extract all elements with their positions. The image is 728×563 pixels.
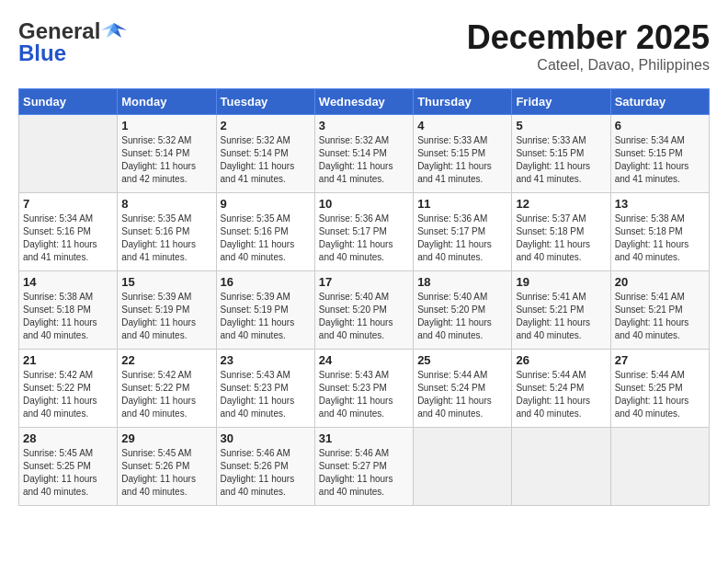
cell-content: Sunrise: 5:44 AMSunset: 5:24 PMDaylight:…	[417, 369, 507, 420]
cell-content: Sunrise: 5:45 AMSunset: 5:25 PMDaylight:…	[23, 447, 113, 499]
day-number: 7	[23, 197, 113, 211]
calendar-cell: 19Sunrise: 5:41 AMSunset: 5:21 PMDayligh…	[512, 271, 610, 350]
calendar-cell: 23Sunrise: 5:43 AMSunset: 5:23 PMDayligh…	[216, 350, 314, 428]
day-number: 12	[516, 197, 606, 211]
cell-content: Sunrise: 5:42 AMSunset: 5:22 PMDaylight:…	[23, 369, 113, 420]
calendar-week-row: 1Sunrise: 5:32 AMSunset: 5:14 PMDaylight…	[19, 115, 710, 193]
calendar-cell: 21Sunrise: 5:42 AMSunset: 5:22 PMDayligh…	[19, 350, 118, 428]
day-number: 14	[23, 275, 113, 289]
cell-content: Sunrise: 5:33 AMSunset: 5:15 PMDaylight:…	[516, 134, 606, 186]
cell-content: Sunrise: 5:45 AMSunset: 5:26 PMDaylight:…	[121, 447, 211, 499]
cell-content: Sunrise: 5:42 AMSunset: 5:22 PMDaylight:…	[121, 369, 211, 420]
calendar-cell: 25Sunrise: 5:44 AMSunset: 5:24 PMDayligh…	[414, 350, 512, 428]
weekday-header-sunday: Sunday	[19, 89, 118, 115]
calendar-week-row: 21Sunrise: 5:42 AMSunset: 5:22 PMDayligh…	[19, 350, 710, 428]
day-number: 17	[319, 275, 409, 289]
calendar-cell	[512, 428, 610, 506]
day-number: 16	[221, 275, 311, 289]
day-number: 21	[23, 353, 113, 367]
day-number: 11	[417, 197, 507, 211]
calendar-cell	[414, 428, 512, 506]
cell-content: Sunrise: 5:36 AMSunset: 5:17 PMDaylight:…	[319, 213, 409, 264]
cell-content: Sunrise: 5:44 AMSunset: 5:24 PMDaylight:…	[516, 369, 606, 420]
weekday-header-thursday: Thursday	[414, 89, 512, 115]
day-number: 15	[121, 275, 211, 289]
calendar-cell: 5Sunrise: 5:33 AMSunset: 5:15 PMDaylight…	[512, 115, 610, 193]
weekday-header-wednesday: Wednesday	[314, 89, 413, 115]
cell-content: Sunrise: 5:38 AMSunset: 5:18 PMDaylight:…	[615, 213, 705, 264]
logo-bird-icon	[101, 21, 127, 41]
calendar-cell: 20Sunrise: 5:41 AMSunset: 5:21 PMDayligh…	[610, 271, 709, 350]
day-number: 24	[319, 353, 409, 367]
day-number: 20	[615, 275, 705, 289]
day-number: 29	[121, 431, 211, 445]
calendar-cell	[19, 115, 118, 193]
day-number: 27	[615, 353, 705, 367]
day-number: 25	[417, 353, 507, 367]
cell-content: Sunrise: 5:44 AMSunset: 5:25 PMDaylight:…	[615, 369, 705, 420]
calendar-cell: 29Sunrise: 5:45 AMSunset: 5:26 PMDayligh…	[118, 428, 216, 506]
cell-content: Sunrise: 5:46 AMSunset: 5:27 PMDaylight:…	[319, 447, 409, 499]
calendar-cell	[610, 428, 709, 506]
location-subtitle: Cateel, Davao, Philippines	[467, 57, 710, 74]
day-number: 31	[319, 431, 409, 445]
calendar-cell: 1Sunrise: 5:32 AMSunset: 5:14 PMDaylight…	[118, 115, 216, 193]
cell-content: Sunrise: 5:33 AMSunset: 5:15 PMDaylight:…	[417, 134, 507, 186]
cell-content: Sunrise: 5:43 AMSunset: 5:23 PMDaylight:…	[319, 369, 409, 420]
day-number: 13	[615, 197, 705, 211]
calendar-cell: 14Sunrise: 5:38 AMSunset: 5:18 PMDayligh…	[19, 271, 118, 350]
weekday-header-monday: Monday	[118, 89, 216, 115]
page-header: General Blue December 2025 Cateel, Davao…	[18, 18, 710, 74]
day-number: 26	[516, 353, 606, 367]
cell-content: Sunrise: 5:41 AMSunset: 5:21 PMDaylight:…	[615, 291, 705, 342]
day-number: 18	[417, 275, 507, 289]
calendar-cell: 22Sunrise: 5:42 AMSunset: 5:22 PMDayligh…	[118, 350, 216, 428]
calendar-cell: 2Sunrise: 5:32 AMSunset: 5:14 PMDaylight…	[216, 115, 314, 193]
calendar-cell: 10Sunrise: 5:36 AMSunset: 5:17 PMDayligh…	[314, 193, 413, 271]
cell-content: Sunrise: 5:37 AMSunset: 5:18 PMDaylight:…	[516, 213, 606, 264]
calendar-cell: 30Sunrise: 5:46 AMSunset: 5:26 PMDayligh…	[216, 428, 314, 506]
month-year-title: December 2025	[467, 18, 710, 57]
calendar-cell: 15Sunrise: 5:39 AMSunset: 5:19 PMDayligh…	[118, 271, 216, 350]
calendar-cell: 13Sunrise: 5:38 AMSunset: 5:18 PMDayligh…	[610, 193, 709, 271]
weekday-header-friday: Friday	[512, 89, 610, 115]
cell-content: Sunrise: 5:46 AMSunset: 5:26 PMDaylight:…	[221, 447, 311, 499]
calendar-cell: 24Sunrise: 5:43 AMSunset: 5:23 PMDayligh…	[314, 350, 413, 428]
logo: General Blue	[18, 18, 128, 66]
calendar-cell: 27Sunrise: 5:44 AMSunset: 5:25 PMDayligh…	[610, 350, 709, 428]
calendar-cell: 11Sunrise: 5:36 AMSunset: 5:17 PMDayligh…	[414, 193, 512, 271]
cell-content: Sunrise: 5:32 AMSunset: 5:14 PMDaylight:…	[121, 134, 211, 186]
calendar-cell: 18Sunrise: 5:40 AMSunset: 5:20 PMDayligh…	[414, 271, 512, 350]
cell-content: Sunrise: 5:40 AMSunset: 5:20 PMDaylight:…	[417, 291, 507, 342]
cell-content: Sunrise: 5:32 AMSunset: 5:14 PMDaylight:…	[319, 134, 409, 186]
cell-content: Sunrise: 5:34 AMSunset: 5:16 PMDaylight:…	[23, 213, 113, 264]
calendar-cell: 16Sunrise: 5:39 AMSunset: 5:19 PMDayligh…	[216, 271, 314, 350]
calendar-cell: 6Sunrise: 5:34 AMSunset: 5:15 PMDaylight…	[610, 115, 709, 193]
cell-content: Sunrise: 5:32 AMSunset: 5:14 PMDaylight:…	[221, 134, 311, 186]
calendar-cell: 7Sunrise: 5:34 AMSunset: 5:16 PMDaylight…	[19, 193, 118, 271]
day-number: 19	[516, 275, 606, 289]
calendar-week-row: 14Sunrise: 5:38 AMSunset: 5:18 PMDayligh…	[19, 271, 710, 350]
cell-content: Sunrise: 5:35 AMSunset: 5:16 PMDaylight:…	[121, 213, 211, 264]
day-number: 30	[221, 431, 311, 445]
cell-content: Sunrise: 5:38 AMSunset: 5:18 PMDaylight:…	[23, 291, 113, 342]
cell-content: Sunrise: 5:34 AMSunset: 5:15 PMDaylight:…	[615, 134, 705, 186]
calendar-cell: 17Sunrise: 5:40 AMSunset: 5:20 PMDayligh…	[314, 271, 413, 350]
cell-content: Sunrise: 5:39 AMSunset: 5:19 PMDaylight:…	[221, 291, 311, 342]
day-number: 10	[319, 197, 409, 211]
day-number: 6	[615, 119, 705, 132]
weekday-header-saturday: Saturday	[610, 89, 709, 115]
logo-blue: Blue	[18, 40, 66, 66]
calendar-cell: 4Sunrise: 5:33 AMSunset: 5:15 PMDaylight…	[414, 115, 512, 193]
cell-content: Sunrise: 5:41 AMSunset: 5:21 PMDaylight:…	[516, 291, 606, 342]
calendar-cell: 28Sunrise: 5:45 AMSunset: 5:25 PMDayligh…	[19, 428, 118, 506]
day-number: 23	[221, 353, 311, 367]
day-number: 28	[23, 431, 113, 445]
calendar-week-row: 28Sunrise: 5:45 AMSunset: 5:25 PMDayligh…	[19, 428, 710, 506]
calendar-cell: 3Sunrise: 5:32 AMSunset: 5:14 PMDaylight…	[314, 115, 413, 193]
calendar-cell: 31Sunrise: 5:46 AMSunset: 5:27 PMDayligh…	[314, 428, 413, 506]
calendar-cell: 26Sunrise: 5:44 AMSunset: 5:24 PMDayligh…	[512, 350, 610, 428]
cell-content: Sunrise: 5:36 AMSunset: 5:17 PMDaylight:…	[417, 213, 507, 264]
calendar-table: SundayMondayTuesdayWednesdayThursdayFrid…	[18, 88, 710, 506]
day-number: 8	[121, 197, 211, 211]
